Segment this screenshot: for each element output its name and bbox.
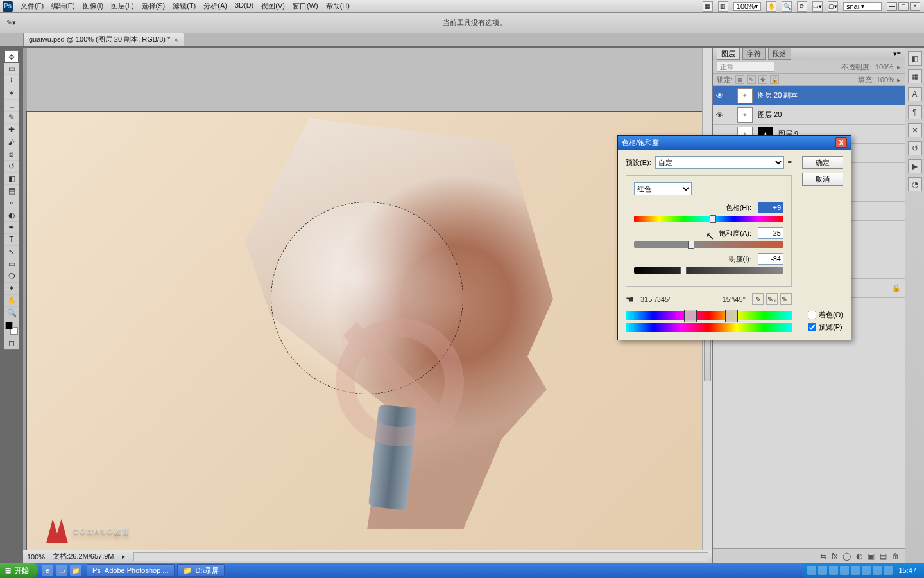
system-tray[interactable]: 15:47: [803, 563, 924, 578]
adjustment-layer-icon[interactable]: ◐: [856, 552, 862, 561]
dodge-tool[interactable]: ◐: [4, 209, 19, 222]
close-button[interactable]: ×: [910, 2, 920, 11]
zoom-tool[interactable]: 🔍: [4, 307, 19, 319]
visibility-toggle[interactable]: 👁: [713, 111, 726, 119]
visibility-toggle[interactable]: 👁: [713, 92, 726, 100]
colorize-checkbox[interactable]: 着色(O): [808, 310, 843, 320]
hand-tool[interactable]: ✋: [4, 295, 19, 307]
tab-layers[interactable]: 图层: [717, 48, 740, 60]
layer-thumbnail[interactable]: ✦: [737, 88, 753, 103]
eyedropper-icon[interactable]: ✎: [752, 293, 764, 305]
lightness-slider[interactable]: [634, 267, 783, 274]
fill-value[interactable]: 100%: [877, 76, 894, 83]
layer-name[interactable]: 图层 20: [755, 110, 901, 119]
move-tool[interactable]: ✥: [4, 51, 19, 63]
menu-item[interactable]: 窗口(W): [289, 0, 322, 12]
saturation-slider[interactable]: [634, 241, 783, 248]
layer-group-icon[interactable]: ▣: [868, 552, 875, 561]
opacity-value[interactable]: 100%: [875, 63, 893, 71]
lock-brush-icon[interactable]: ✎: [747, 75, 756, 84]
layer-name[interactable]: 图层 20 副本: [755, 91, 901, 100]
menu-item[interactable]: 分析(A): [200, 0, 231, 12]
menu-item[interactable]: 选择(S): [138, 0, 169, 12]
menu-item[interactable]: 3D(D): [231, 0, 257, 12]
cancel-button[interactable]: 取消: [802, 173, 843, 186]
menu-item[interactable]: 文件(F): [17, 0, 47, 12]
history-brush-tool[interactable]: ↺: [4, 161, 19, 173]
lock-position-icon[interactable]: ✥: [758, 75, 767, 84]
horizontal-scrollbar[interactable]: [133, 552, 708, 561]
path-select-tool[interactable]: ↖: [4, 246, 19, 258]
maximize-button[interactable]: □: [898, 2, 909, 11]
preset-menu-icon[interactable]: ≡: [788, 159, 792, 166]
character-panel-icon[interactable]: A: [908, 87, 922, 101]
lock-pixels-icon[interactable]: ▦: [735, 75, 744, 84]
zoom-level[interactable]: 100%: [27, 553, 45, 561]
explorer-icon[interactable]: 📁: [70, 565, 81, 576]
marquee-tool[interactable]: ▭: [4, 63, 19, 75]
preview-checkbox[interactable]: 预览(P): [808, 322, 843, 332]
doc-info[interactable]: 文档:26.2M/657.9M: [53, 552, 114, 561]
tab-paragraph[interactable]: 段落: [768, 48, 791, 60]
layer-row[interactable]: 👁✦图层 20: [713, 105, 905, 125]
menu-item[interactable]: 图像(I): [79, 0, 107, 12]
layer-thumbnail[interactable]: ✦: [737, 107, 753, 123]
info-menu-icon[interactable]: ▸: [122, 552, 126, 561]
quick-mask-toggle[interactable]: ◻: [4, 337, 19, 349]
gradient-tool[interactable]: ▤: [4, 185, 19, 197]
hue-saturation-dialog[interactable]: 色相/饱和度 X 预设(E): 自定 ≡ 红色 色相(H): 饱和度(A):: [617, 135, 851, 340]
dialog-titlebar[interactable]: 色相/饱和度 X: [618, 136, 851, 150]
menu-item[interactable]: 帮助(H): [322, 0, 354, 12]
brush-tool[interactable]: 🖌: [4, 136, 19, 148]
current-tool-icon[interactable]: ✎▾: [5, 17, 17, 29]
shape-tool[interactable]: ▭: [4, 258, 19, 270]
workspace-dropdown[interactable]: snail ▾: [843, 2, 882, 11]
panel-menu-icon[interactable]: ▾≡: [893, 49, 901, 58]
lasso-tool[interactable]: ⌇: [4, 75, 19, 87]
preset-dropdown[interactable]: 自定: [655, 156, 784, 169]
new-layer-icon[interactable]: ▤: [880, 552, 887, 561]
start-button[interactable]: ⊞ 开始: [0, 563, 38, 578]
paragraph-panel-icon[interactable]: ¶: [908, 105, 922, 119]
type-tool[interactable]: T: [4, 234, 19, 246]
rotate-view-icon[interactable]: ⟳: [797, 1, 807, 12]
3d-camera-tool[interactable]: ✦: [4, 283, 19, 295]
color-swatches[interactable]: [4, 319, 19, 337]
lock-all-icon[interactable]: 🔒: [770, 75, 779, 84]
spectrum-top[interactable]: [626, 311, 792, 320]
tools-preset-icon[interactable]: ✕: [908, 123, 922, 137]
actions-panel-icon[interactable]: ▶: [908, 159, 922, 173]
taskbar-item-photoshop[interactable]: Ps Adobe Photoshop ...: [87, 564, 175, 577]
history-panel-icon[interactable]: ↺: [908, 141, 922, 155]
hue-input[interactable]: [758, 202, 783, 213]
layer-mask-icon[interactable]: ◯: [843, 552, 851, 561]
taskbar-item-folder[interactable]: 📁 D:\录屏: [177, 564, 225, 577]
tab-character[interactable]: 字符: [742, 48, 766, 60]
info-panel-icon[interactable]: ◔: [908, 177, 922, 191]
color-panel-icon[interactable]: ◧: [908, 51, 922, 66]
mini-bridge-icon[interactable]: ▥: [718, 1, 728, 12]
screen-mode-icon[interactable]: ▢▾: [828, 1, 838, 12]
scrubby-hand-icon[interactable]: ☚: [626, 294, 634, 304]
menu-item[interactable]: 图层(L): [107, 0, 137, 12]
saturation-input[interactable]: [758, 227, 783, 239]
delete-layer-icon[interactable]: 🗑: [892, 552, 900, 561]
eyedropper-tool[interactable]: ✎: [4, 112, 19, 124]
close-icon[interactable]: ×: [174, 36, 178, 44]
layer-row[interactable]: 👁✦图层 20 副本: [713, 86, 905, 105]
stamp-tool[interactable]: ⧈: [4, 148, 19, 161]
healing-tool[interactable]: ✚: [4, 124, 19, 136]
minimize-button[interactable]: —: [887, 2, 897, 11]
menu-item[interactable]: 滤镜(T): [169, 0, 200, 12]
blur-tool[interactable]: ∘: [4, 197, 19, 209]
canvas-area[interactable]: CGWANG教育: [23, 48, 712, 550]
eraser-tool[interactable]: ◧: [4, 173, 19, 185]
menu-item[interactable]: 视图(V): [257, 0, 289, 12]
spectrum-bottom[interactable]: [626, 323, 792, 332]
blend-mode-dropdown[interactable]: 正常: [717, 62, 774, 72]
clock[interactable]: 15:47: [894, 566, 920, 574]
arrange-icon[interactable]: ▭▾: [812, 1, 823, 12]
quick-select-tool[interactable]: ✶: [4, 87, 19, 100]
pen-tool[interactable]: ✒: [4, 222, 19, 234]
ok-button[interactable]: 确定: [802, 156, 843, 169]
